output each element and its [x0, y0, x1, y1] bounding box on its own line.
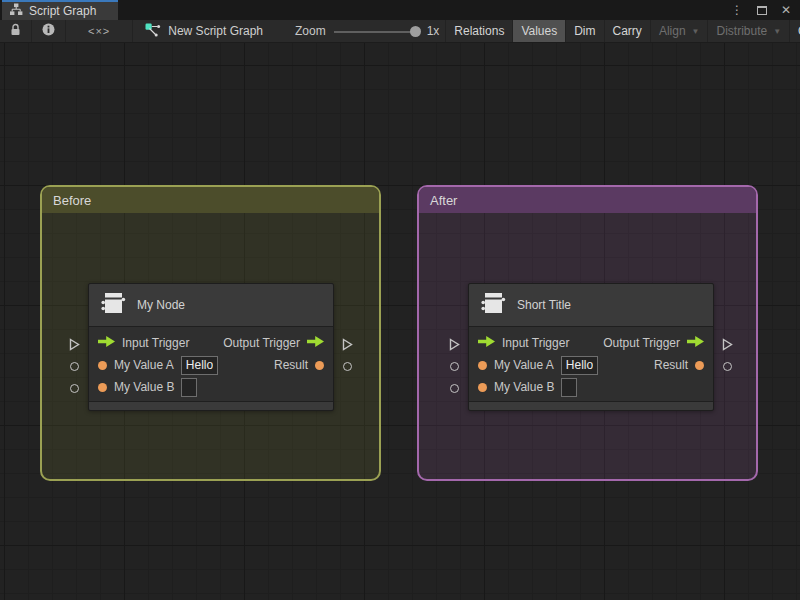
values-button[interactable]: Values — [512, 20, 565, 42]
external-result-port[interactable] — [341, 360, 354, 373]
external-value-b-port[interactable] — [448, 382, 461, 395]
node-my-node[interactable]: My Node Input Trigger Output Trigger My … — [88, 283, 334, 411]
input-trigger-label: Input Trigger — [502, 336, 569, 350]
script-graph-window: Script Graph ⋮ ✕ <×> New Script Graph — [0, 0, 800, 600]
node-title: My Node — [137, 298, 185, 312]
group-before-title: Before — [53, 193, 91, 208]
dim-button[interactable]: Dim — [565, 20, 603, 42]
value-a-input[interactable] — [181, 356, 218, 375]
value-b-label: My Value B — [494, 380, 554, 394]
result-label: Result — [274, 358, 308, 372]
value-in-port-icon[interactable] — [478, 383, 487, 392]
trigger-row: Input Trigger Output Trigger — [469, 332, 713, 354]
maximize-icon[interactable] — [757, 6, 767, 15]
group-after-header[interactable]: After — [419, 187, 756, 213]
flow-out-arrow-icon[interactable] — [307, 336, 324, 350]
info-button[interactable] — [32, 20, 66, 42]
chevron-down-icon: ▼ — [773, 27, 781, 36]
lock-icon — [10, 23, 21, 39]
info-icon — [42, 23, 55, 39]
value-a-label: My Value A — [114, 358, 174, 372]
close-icon[interactable]: ✕ — [781, 3, 791, 17]
node-footer — [89, 401, 333, 410]
value-a-row: My Value A Result — [469, 354, 713, 376]
node-footer — [469, 401, 713, 410]
group-before-header[interactable]: Before — [42, 187, 379, 213]
external-value-b-port[interactable] — [68, 382, 81, 395]
zoom-value: 1x — [427, 24, 440, 38]
graph-name-label: New Script Graph — [168, 24, 263, 38]
code-preview-button[interactable]: <×> — [66, 20, 133, 42]
flow-in-arrow-icon[interactable] — [478, 336, 495, 350]
graph-name: New Script Graph — [133, 20, 273, 42]
flow-in-arrow-icon[interactable] — [98, 336, 115, 350]
script-graph-tab-icon — [9, 3, 23, 19]
group-after-title: After — [430, 193, 457, 208]
node-short-title-header[interactable]: Short Title — [469, 284, 713, 327]
result-label: Result — [654, 358, 688, 372]
external-value-a-port[interactable] — [448, 360, 461, 373]
lock-button[interactable] — [0, 20, 32, 42]
zoom-slider-handle[interactable] — [410, 26, 421, 37]
result-out-port-icon[interactable] — [695, 361, 704, 370]
script-graph-asset-icon — [145, 23, 161, 40]
unit-icon — [100, 291, 126, 320]
tab-title: Script Graph — [29, 4, 96, 18]
output-trigger-label: Output Trigger — [223, 336, 300, 350]
value-a-row: My Value A Result — [89, 354, 333, 376]
value-in-port-icon[interactable] — [98, 361, 107, 370]
relations-button[interactable]: Relations — [445, 20, 512, 42]
node-my-node-header[interactable]: My Node — [89, 284, 333, 327]
kebab-menu-icon[interactable]: ⋮ — [731, 3, 743, 17]
value-in-port-icon[interactable] — [98, 383, 107, 392]
overview-button[interactable]: Overview — [789, 20, 800, 42]
align-dropdown[interactable]: Align▼ — [650, 20, 708, 42]
chevron-down-icon: ▼ — [692, 27, 700, 36]
zoom-slider-track — [334, 31, 419, 33]
value-b-row: My Value B — [89, 376, 333, 398]
external-flow-out-port[interactable] — [721, 338, 734, 351]
value-b-label: My Value B — [114, 380, 174, 394]
tab-bar: Script Graph ⋮ ✕ — [0, 0, 800, 20]
external-flow-in-port[interactable] — [448, 338, 461, 351]
distribute-dropdown[interactable]: Distribute▼ — [707, 20, 789, 42]
zoom-slider[interactable] — [334, 26, 419, 37]
toolbar-right: Relations Values Dim Carry Align▼ Distri… — [445, 20, 800, 42]
tab-script-graph[interactable]: Script Graph — [2, 0, 118, 20]
node-short-title[interactable]: Short Title Input Trigger Output Trigger… — [468, 283, 714, 411]
external-flow-in-port[interactable] — [68, 338, 81, 351]
input-trigger-label: Input Trigger — [122, 336, 189, 350]
external-value-a-port[interactable] — [68, 360, 81, 373]
node-rows: Input Trigger Output Trigger My Value A … — [469, 327, 713, 401]
zoom-control: Zoom 1x — [273, 20, 445, 42]
value-b-row: My Value B — [469, 376, 713, 398]
code-icon: <×> — [88, 25, 110, 37]
node-title: Short Title — [517, 298, 571, 312]
value-b-input[interactable] — [181, 378, 197, 397]
trigger-row: Input Trigger Output Trigger — [89, 332, 333, 354]
flow-out-arrow-icon[interactable] — [687, 336, 704, 350]
value-a-label: My Value A — [494, 358, 554, 372]
result-out-port-icon[interactable] — [315, 361, 324, 370]
window-controls: ⋮ ✕ — [731, 0, 800, 20]
graph-toolbar: <×> New Script Graph Zoom 1x Relations V… — [0, 20, 800, 43]
value-in-port-icon[interactable] — [478, 361, 487, 370]
node-rows: Input Trigger Output Trigger My Value A … — [89, 327, 333, 401]
output-trigger-label: Output Trigger — [603, 336, 680, 350]
value-b-input[interactable] — [561, 378, 577, 397]
external-result-port[interactable] — [721, 360, 734, 373]
zoom-label: Zoom — [295, 24, 326, 38]
carry-button[interactable]: Carry — [604, 20, 650, 42]
value-a-input[interactable] — [561, 356, 598, 375]
external-flow-out-port[interactable] — [341, 338, 354, 351]
unit-icon — [480, 291, 506, 320]
